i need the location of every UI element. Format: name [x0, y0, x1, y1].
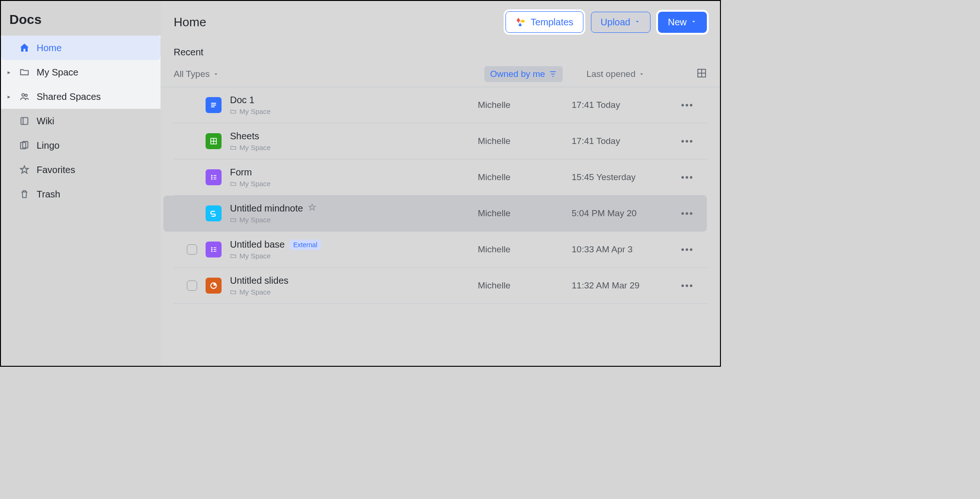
- brand-title: Docs: [1, 1, 161, 36]
- star-icon[interactable]: [308, 203, 316, 214]
- all-types-label: All Types: [174, 69, 210, 79]
- sheets-file-icon: [206, 133, 222, 149]
- row-checkbox[interactable]: [187, 244, 197, 255]
- file-row[interactable]: Untitled mindnoteMy SpaceMichelle5:04 PM…: [163, 196, 707, 232]
- file-owner: Michelle: [478, 172, 572, 182]
- sidebar-item-my-space[interactable]: ▸My Space: [1, 60, 161, 84]
- svg-point-18: [211, 247, 213, 249]
- chevron-down-icon: [638, 71, 645, 77]
- filter-row: All Types Owned by me Last opened: [161, 63, 720, 87]
- file-row[interactable]: FormMy SpaceMichelle15:45 Yesterday•••: [174, 159, 707, 196]
- sidebar-item-label: Wiki: [37, 116, 54, 127]
- chevron-down-icon: [690, 18, 697, 26]
- star-icon: [19, 164, 30, 175]
- sidebar-item-label: My Space: [37, 67, 78, 78]
- svg-point-14: [211, 177, 213, 178]
- templates-label: Templates: [530, 17, 573, 28]
- file-location: My Space: [239, 288, 271, 296]
- sidebar-item-favorites[interactable]: Favorites: [1, 158, 161, 182]
- file-title: Form: [230, 167, 252, 178]
- new-label: New: [668, 17, 687, 28]
- row-checkbox[interactable]: [187, 280, 197, 291]
- sidebar: Docs Home▸My Space▸Shared Spaces WikiLin…: [1, 1, 161, 366]
- all-types-filter[interactable]: All Types: [174, 69, 219, 79]
- file-time: 17:41 Today: [572, 136, 680, 146]
- sidebar-item-label: Trash: [37, 189, 60, 200]
- svg-point-20: [211, 249, 213, 250]
- last-opened-label: Last opened: [586, 69, 635, 79]
- sidebar-item-trash[interactable]: Trash: [1, 182, 161, 206]
- sidebar-item-label: Home: [37, 43, 61, 53]
- file-owner: Michelle: [478, 280, 572, 291]
- folder-icon: [19, 67, 30, 78]
- folder-icon: [230, 108, 237, 115]
- svg-point-1: [25, 94, 27, 97]
- more-actions-button[interactable]: •••: [680, 280, 694, 291]
- people-icon: [19, 91, 30, 102]
- file-row[interactable]: Untitled slidesMy SpaceMichelle11:32 AM …: [174, 268, 707, 304]
- file-location: My Space: [239, 252, 271, 260]
- caret-icon: ▸: [6, 69, 12, 76]
- filter-icon: [549, 70, 557, 78]
- folder-icon: [230, 253, 237, 259]
- file-time: 10:33 AM Apr 3: [572, 244, 680, 255]
- home-icon: [19, 42, 30, 53]
- more-actions-button[interactable]: •••: [680, 100, 694, 111]
- trash-icon: [19, 189, 30, 200]
- file-time: 5:04 PM May 20: [572, 208, 680, 219]
- file-list: Doc 1My SpaceMichelle17:41 Today•••Sheet…: [161, 87, 720, 366]
- svg-point-0: [22, 94, 25, 97]
- wiki-icon: [19, 115, 30, 127]
- svg-rect-2: [21, 118, 28, 125]
- more-actions-button[interactable]: •••: [680, 172, 694, 183]
- slides-file-icon: [206, 278, 222, 294]
- folder-icon: [230, 144, 237, 151]
- file-owner: Michelle: [478, 244, 572, 255]
- file-row[interactable]: Doc 1My SpaceMichelle17:41 Today•••: [174, 87, 707, 123]
- sidebar-item-label: Favorites: [37, 165, 75, 175]
- sidebar-item-home[interactable]: Home: [1, 36, 161, 60]
- file-owner: Michelle: [478, 208, 572, 219]
- grid-view-toggle[interactable]: [697, 68, 707, 81]
- file-title: Untitled base: [230, 239, 285, 250]
- sidebar-item-lingo[interactable]: Lingo: [1, 133, 161, 158]
- file-owner: Michelle: [478, 100, 572, 110]
- sidebar-item-wiki[interactable]: Wiki: [1, 109, 161, 133]
- owned-by-label: Owned by me: [490, 69, 545, 79]
- new-button[interactable]: New: [658, 12, 707, 33]
- more-actions-button[interactable]: •••: [680, 244, 694, 255]
- folder-icon: [230, 289, 237, 295]
- page-title: Home: [174, 15, 206, 30]
- file-location: My Space: [239, 216, 271, 224]
- file-title: Sheets: [230, 131, 259, 142]
- file-time: 15:45 Yesterday: [572, 172, 680, 182]
- file-row[interactable]: SheetsMy SpaceMichelle17:41 Today•••: [174, 123, 707, 159]
- upload-button[interactable]: Upload: [591, 12, 651, 33]
- mind-file-icon: [206, 205, 222, 221]
- chevron-down-icon: [634, 18, 641, 26]
- file-time: 17:41 Today: [572, 100, 680, 110]
- file-title: Untitled slides: [230, 275, 289, 286]
- more-actions-button[interactable]: •••: [680, 136, 694, 147]
- external-badge: External: [290, 240, 321, 250]
- file-owner: Michelle: [478, 136, 572, 146]
- svg-point-22: [211, 250, 213, 252]
- more-actions-button[interactable]: •••: [680, 208, 694, 219]
- recent-heading: Recent: [161, 43, 720, 63]
- sidebar-item-shared-spaces[interactable]: ▸Shared Spaces: [1, 84, 161, 109]
- file-location: My Space: [239, 144, 271, 151]
- file-row[interactable]: Untitled baseExternalMy SpaceMichelle10:…: [174, 232, 707, 268]
- templates-button[interactable]: Templates: [505, 11, 583, 33]
- upload-label: Upload: [601, 17, 630, 28]
- header: Home Templates Upload New: [161, 1, 720, 43]
- svg-point-16: [211, 178, 213, 180]
- sidebar-item-label: Lingo: [37, 140, 60, 151]
- form-file-icon: [206, 169, 222, 185]
- caret-icon: ▸: [6, 93, 12, 100]
- file-title: Doc 1: [230, 95, 254, 106]
- main-content: Home Templates Upload New: [161, 1, 720, 366]
- base-file-icon: [206, 242, 222, 257]
- doc-file-icon: [206, 97, 222, 113]
- last-opened-sort[interactable]: Last opened: [586, 69, 645, 79]
- owned-by-filter[interactable]: Owned by me: [484, 66, 563, 82]
